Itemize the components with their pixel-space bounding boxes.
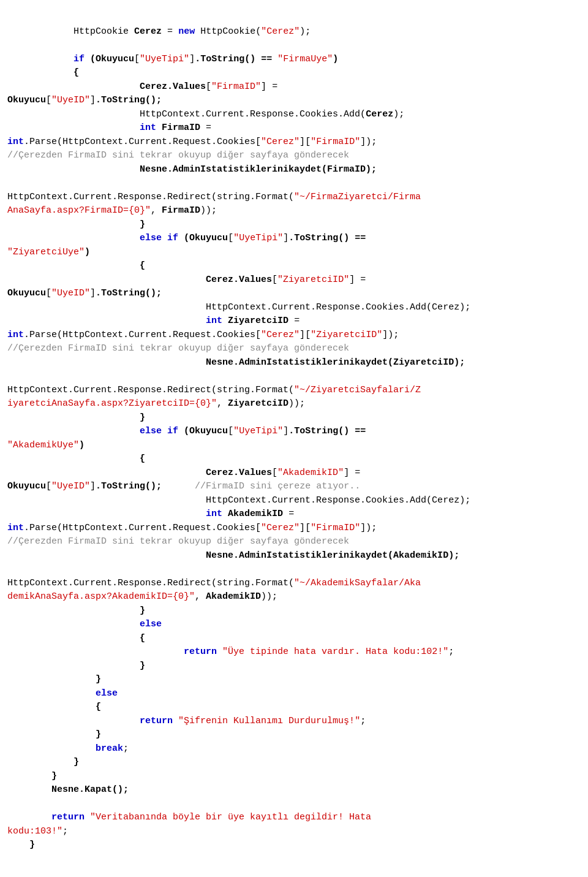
- code-block: HttpCookie Cerez = new HttpCookie("Cerez…: [0, 6, 588, 871]
- code-line: HttpCookie Cerez = new HttpCookie("Cerez…: [7, 26, 470, 851]
